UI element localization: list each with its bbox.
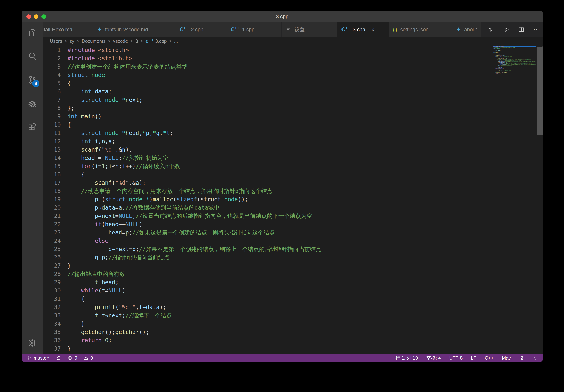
line-number[interactable]: 12 [43,137,68,146]
code-editor[interactable]: 1#include <stdio.h>2#include <stdlib.h>3… [43,45,543,354]
line-number[interactable]: 31 [43,295,68,303]
line-number[interactable]: 22 [43,220,68,229]
line-number[interactable]: 25 [43,245,68,253]
compare-changes-button[interactable] [488,26,494,33]
line-number[interactable]: 20 [43,203,68,212]
line-number[interactable]: 29 [43,278,68,286]
line-number[interactable]: 16 [43,170,68,179]
tab-about[interactable]: about [451,22,481,37]
line-number[interactable]: 6 [43,87,68,96]
breadcrumb-label: Documents [82,39,105,44]
tab-settings.json[interactable]: {}settings.json [389,22,451,37]
status-item-bell[interactable] [533,355,537,361]
breadcrumb-item-vscode[interactable]: vscode [113,39,128,44]
activity-bar-item-search[interactable] [27,51,38,61]
scrollbar-thumb[interactable] [537,47,543,135]
line-number[interactable]: 15 [43,162,68,170]
tab-3.cpp[interactable]: C++3.cpp× [337,22,389,37]
bell-icon [533,355,537,361]
code-line-content: for(i=1;i≤n;i++)//循环读入n个数 [68,162,543,170]
code-line: 9int main() [43,112,543,121]
tab-tall-Hexo.md[interactable]: tall-Hexo.md [43,22,92,37]
breadcrumb-item-...[interactable]: ... [174,39,178,44]
line-number[interactable]: 33 [43,311,68,320]
line-number[interactable]: 11 [43,129,68,137]
breadcrumb-label: Users [50,39,62,44]
status-item-C++[interactable]: C++ [485,355,494,361]
line-number[interactable]: 8 [43,104,68,112]
line-number[interactable]: 36 [43,336,68,345]
status-item-UTF-8[interactable]: UTF-8 [449,355,463,361]
status-item-smiley[interactable] [519,355,524,361]
status-item-git-branch[interactable]: master* [27,355,50,361]
breadcrumb-label: 3.cpp [155,39,167,44]
line-number[interactable]: 19 [43,195,68,203]
tab-设置[interactable]: 设置 [282,22,337,37]
activity-bar-item-settings-gear[interactable] [27,338,38,348]
line-number[interactable]: 7 [43,96,68,104]
line-number[interactable]: 30 [43,286,68,295]
activity-bar-item-extensions[interactable] [27,122,38,133]
status-item-行 1, 列 19[interactable]: 行 1, 列 19 [395,355,418,361]
code-line: 16 { [43,170,543,179]
line-number[interactable]: 26 [43,253,68,262]
line-number[interactable]: 13 [43,146,68,154]
line-number[interactable]: 1 [43,46,68,54]
title-bar: 3.cpp [22,11,543,22]
line-number[interactable]: 32 [43,303,68,311]
line-number[interactable]: 2 [43,54,68,63]
line-number[interactable]: 37 [43,345,68,353]
breadcrumb-separator: > [130,39,133,44]
indent-guide [81,246,95,252]
split-editor-button[interactable] [518,26,525,33]
line-number[interactable]: 4 [43,71,68,79]
activity-bar-item-explorer[interactable] [27,27,38,38]
line-number[interactable]: 28 [43,270,68,278]
status-item-error[interactable]: 0 [68,355,77,361]
breadcrumb-item-Users[interactable]: Users [50,39,62,44]
status-item-LF[interactable]: LF [471,355,476,361]
line-number[interactable]: 35 [43,328,68,336]
breadcrumb-item-3.cpp[interactable]: C++3.cpp [145,38,167,44]
status-item-空格: 4[interactable]: 空格: 4 [426,355,441,361]
line-number[interactable]: 14 [43,154,68,162]
indent-guide [68,171,81,178]
status-item-Mac[interactable]: Mac [502,355,511,361]
code-line-content: { [68,295,543,303]
code-line-content: //动态申请一个内存空间，用来存放一个结点，并用临时指针p指向这个结点 [68,187,543,195]
tab-1.cpp[interactable]: C++1.cpp [226,22,282,37]
status-item-sync[interactable] [56,355,61,361]
breadcrumb-item-Documents[interactable]: Documents [82,39,105,44]
code-line: 20 p→data=a;//将数据存储到当前结点的data域中 [43,203,543,212]
activity-bar-item-source-control[interactable]: 8 [27,75,38,85]
minimap[interactable]: #include <stdio.h>#include <stdlib.h>//这… [493,46,536,101]
indent-guide [68,179,81,186]
status-item-warning[interactable]: 0 [84,355,93,361]
more-actions-button[interactable]: ⋯ [533,26,541,34]
breadcrumb-item-3[interactable]: 3 [135,39,138,44]
line-number[interactable]: 27 [43,262,68,270]
code-line-content: int data; [68,87,543,96]
indent-guide [81,304,95,311]
line-number[interactable]: 18 [43,187,68,195]
line-number[interactable]: 17 [43,179,68,187]
line-number[interactable]: 3 [43,63,68,71]
tab-2.cpp[interactable]: C++2.cpp [175,22,226,37]
breadcrumb-item-zy[interactable]: zy [70,39,74,44]
activity-bar-item-debug[interactable] [27,98,38,109]
line-number[interactable]: 9 [43,112,68,121]
indent-guide [68,196,81,203]
sync-icon [56,355,61,361]
line-number[interactable]: 10 [43,121,68,129]
tab-fonts-in-vscode.md[interactable]: fonts-in-vscode.md [92,22,175,37]
line-number[interactable]: 24 [43,237,68,245]
line-number[interactable]: 5 [43,79,68,87]
code-line: 22 if(head══NULL) [43,220,543,229]
line-number[interactable]: 21 [43,212,68,220]
close-tab-icon[interactable]: × [371,27,375,32]
run-button[interactable] [503,26,510,33]
code-line-content: { [68,121,543,129]
debug-icon [27,98,38,109]
line-number[interactable]: 23 [43,229,68,237]
line-number[interactable]: 34 [43,320,68,328]
